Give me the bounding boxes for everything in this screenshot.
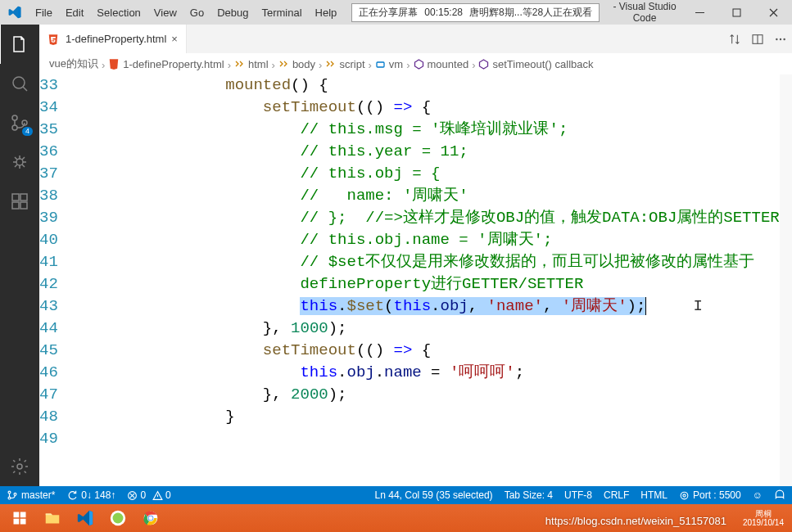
activity-extensions[interactable]: [0, 182, 39, 221]
code-line: // this.obj = {: [76, 163, 780, 185]
breadcrumb-item[interactable]: body: [278, 58, 315, 70]
status-eol[interactable]: CRLF: [604, 489, 629, 501]
menu-file[interactable]: File: [29, 7, 59, 19]
compare-changes-icon[interactable]: [723, 25, 746, 53]
svg-rect-11: [20, 202, 27, 209]
menu-help[interactable]: Help: [309, 7, 344, 19]
svg-point-35: [8, 491, 11, 494]
status-feedback[interactable]: ☺: [753, 489, 763, 501]
status-branch[interactable]: master*: [7, 489, 55, 501]
status-sync[interactable]: 0↓ 148↑: [66, 489, 115, 501]
more-actions-icon[interactable]: [769, 25, 792, 53]
svg-point-16: [780, 38, 781, 39]
svg-point-7: [16, 159, 23, 165]
activity-scm[interactable]: 4: [0, 103, 39, 142]
code-line: }, 1000);: [76, 318, 780, 340]
svg-point-37: [14, 493, 16, 495]
breadcrumb-item[interactable]: vue的知识: [49, 56, 98, 71]
line-number: 36: [39, 141, 58, 163]
svg-rect-1: [733, 9, 740, 16]
split-editor-icon[interactable]: [746, 25, 769, 53]
menu-edit[interactable]: Edit: [59, 7, 90, 19]
svg-point-36: [8, 497, 11, 499]
status-tabsize[interactable]: Tab Size: 4: [505, 489, 553, 501]
svg-rect-8: [12, 194, 19, 201]
menu-view[interactable]: View: [147, 7, 183, 19]
svg-point-15: [776, 38, 777, 39]
svg-point-52: [149, 516, 153, 521]
line-number: 41: [39, 251, 58, 273]
minimap[interactable]: [780, 74, 792, 486]
code-line: // }; //=>这样才是修改OBJ的值，触发DATA:OBJ属性的SETTE…: [76, 207, 780, 229]
line-number-gutter: 3334353637383940414243444546474849: [39, 74, 76, 486]
code-line: // name: '周啸天': [76, 185, 780, 207]
breadcrumb-item[interactable]: script: [325, 58, 364, 70]
window-maximize-button[interactable]: [718, 0, 755, 25]
activity-debug[interactable]: [0, 142, 39, 182]
code-content[interactable]: mounted() { setTimeout(() => { // this.m…: [76, 74, 780, 486]
svg-point-42: [683, 494, 686, 496]
svg-rect-0: [695, 12, 704, 13]
code-line: defineProperty进行GETTER/SETTER: [76, 273, 780, 295]
code-line: setTimeout(() => {: [76, 340, 780, 362]
svg-point-4: [12, 115, 17, 120]
window-title: - Visual Studio Code: [600, 1, 681, 24]
tab-close-icon[interactable]: ×: [171, 33, 178, 45]
svg-point-49: [113, 513, 124, 524]
code-line: this.obj.name = '呵呵呵';: [76, 362, 780, 384]
breadcrumb-item[interactable]: vm: [375, 58, 403, 70]
menu-go[interactable]: Go: [183, 7, 210, 19]
tab-file[interactable]: 1-defineProperty.html ×: [39, 25, 187, 53]
line-number: 35: [39, 119, 58, 141]
svg-rect-45: [20, 512, 26, 518]
code-line: // this.year = 11;: [76, 141, 780, 163]
svg-point-43: [681, 492, 688, 499]
status-encoding[interactable]: UTF-8: [564, 489, 592, 501]
activity-explorer[interactable]: [0, 25, 40, 64]
breadcrumb-item[interactable]: mounted: [414, 58, 469, 70]
symbol-tag-icon: [278, 59, 289, 70]
taskbar-vscode[interactable]: [70, 507, 100, 530]
activity-search[interactable]: [0, 64, 39, 103]
share-time: 00:15:28: [424, 7, 463, 18]
svg-rect-18: [377, 62, 384, 67]
status-port[interactable]: Port : 5500: [679, 489, 741, 501]
code-line: }, 2000);: [76, 384, 780, 406]
share-status: 正在分享屏幕: [359, 6, 418, 20]
code-line: // $set不仅仅是用来修改数据的，而且可以把被修改的属性基于: [76, 251, 780, 273]
window-close-button[interactable]: [755, 0, 792, 25]
activity-bar: 4: [0, 25, 39, 486]
symbol-method-icon: [478, 59, 489, 70]
line-number: 47: [39, 384, 58, 406]
breadcrumb-item[interactable]: 1-defineProperty.html: [108, 58, 224, 70]
vscode-logo: [0, 6, 29, 19]
taskbar-chrome[interactable]: [136, 507, 165, 530]
svg-rect-9: [20, 194, 27, 201]
status-cursor[interactable]: Ln 44, Col 59 (35 selected): [375, 489, 493, 501]
window-minimize-button[interactable]: [681, 0, 718, 25]
scm-badge: 4: [22, 127, 33, 136]
code-editor[interactable]: 3334353637383940414243444546474849 mount…: [39, 74, 792, 486]
activity-settings[interactable]: [0, 447, 39, 486]
line-number: 49: [39, 428, 58, 450]
breadcrumb-item[interactable]: html: [234, 58, 269, 70]
status-lang[interactable]: HTML: [640, 489, 668, 501]
code-line: setTimeout(() => {: [76, 97, 780, 119]
taskbar-app[interactable]: [103, 507, 133, 530]
line-number: 40: [39, 229, 58, 251]
svg-point-5: [12, 125, 17, 130]
windows-taskbar: https://blog.csdn.net/weixin_51157081 周桐…: [0, 504, 792, 532]
status-bar: master* 0↓ 148↑ 0 0 Ln 44, Col 59 (35 se…: [0, 486, 792, 504]
taskbar-explorer[interactable]: [38, 507, 67, 530]
share-people: 唐明辉8期...等28人正在观看: [469, 6, 592, 20]
taskbar-clock[interactable]: 周桐 2019/10/14: [738, 509, 789, 527]
screen-share-banner[interactable]: 正在分享屏幕 00:15:28 唐明辉8期...等28人正在观看: [351, 3, 600, 22]
menu-terminal[interactable]: Terminal: [255, 7, 308, 19]
start-button[interactable]: [5, 507, 34, 530]
menu-selection[interactable]: Selection: [90, 7, 147, 19]
breadcrumb-item[interactable]: setTimeout() callback: [478, 58, 593, 70]
menu-debug[interactable]: Debug: [210, 7, 255, 19]
status-notifications[interactable]: [774, 489, 785, 501]
line-number: 39: [39, 207, 58, 229]
status-problems[interactable]: 0 0: [127, 489, 170, 501]
